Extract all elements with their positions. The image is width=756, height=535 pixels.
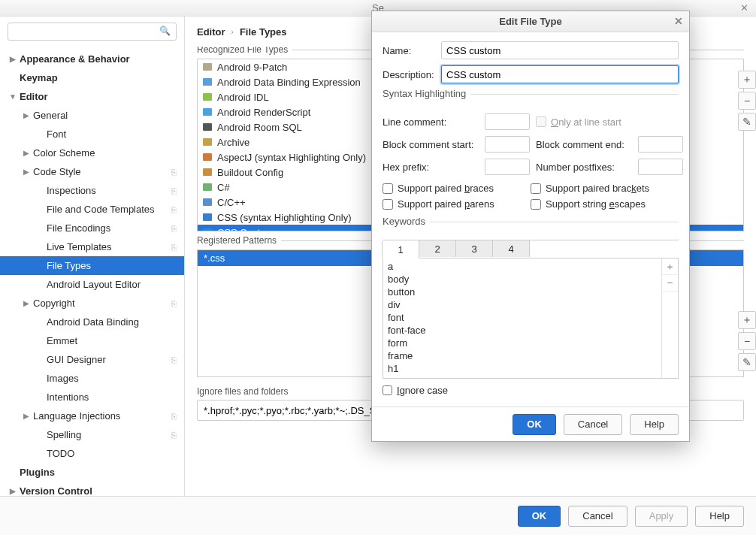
chevron-right-icon: › xyxy=(231,28,234,36)
remove-pattern-button[interactable]: − xyxy=(738,332,756,350)
settings-tree[interactable]: ▶Appearance & BehaviorKeymap▼Editor▶Gene… xyxy=(0,47,184,496)
block-comment-end-input[interactable] xyxy=(638,136,683,153)
tree-item[interactable]: ▶Color Scheme xyxy=(0,144,184,162)
description-label: Description: xyxy=(383,69,441,80)
keyword-item[interactable]: h1 xyxy=(388,362,657,375)
disclosure-icon: ▶ xyxy=(8,55,18,63)
tree-item[interactable]: ▶Language Injections⎘ xyxy=(0,407,184,425)
file-type-label: Buildout Config xyxy=(217,167,283,178)
svg-rect-10 xyxy=(203,213,212,221)
tree-item[interactable]: Plugins xyxy=(0,463,184,482)
tree-item[interactable]: Keymap xyxy=(0,68,184,87)
keyword-tabs: 1234 xyxy=(383,240,679,258)
dialog-close-icon[interactable]: ✕ xyxy=(674,15,683,27)
tree-item[interactable]: Images xyxy=(0,369,184,388)
svg-rect-1 xyxy=(203,78,212,86)
keyword-item[interactable]: form xyxy=(388,337,657,349)
tree-item-label: Version Control xyxy=(20,485,92,496)
edit-file-type-button[interactable]: ✎ xyxy=(738,113,756,131)
keyword-item[interactable]: font xyxy=(388,311,657,324)
archive-icon xyxy=(202,137,213,147)
tree-item[interactable]: Font xyxy=(0,125,184,144)
close-icon[interactable]: ✕ xyxy=(740,2,748,14)
settings-footer: OK Cancel Apply Help xyxy=(0,496,756,535)
keyword-item[interactable]: frame xyxy=(388,349,657,362)
support-escapes-label: Support string escapes xyxy=(546,198,646,210)
scope-icon: ⎘ xyxy=(171,186,177,195)
apply-button[interactable]: Apply xyxy=(635,506,688,527)
keyword-item[interactable]: body xyxy=(388,273,657,286)
support-brackets-label: Support paired brackets xyxy=(546,183,649,194)
scope-icon: ⎘ xyxy=(171,412,177,421)
tree-item[interactable]: ▶Appearance & Behavior xyxy=(0,50,184,68)
tree-item[interactable]: GUI Designer⎘ xyxy=(0,350,184,369)
dialog-help-button[interactable]: Help xyxy=(630,414,679,435)
ignore-case-checkbox[interactable] xyxy=(383,385,392,395)
svg-rect-4 xyxy=(203,123,212,131)
cancel-button[interactable]: Cancel xyxy=(568,506,627,527)
ok-button[interactable]: OK xyxy=(518,506,561,527)
rs-icon xyxy=(202,107,213,117)
tree-item[interactable]: Emmet xyxy=(0,331,184,350)
edit-pattern-button[interactable]: ✎ xyxy=(738,353,756,371)
add-pattern-button[interactable]: ＋ xyxy=(738,311,756,329)
remove-keyword-button[interactable]: − xyxy=(662,275,678,292)
tree-item[interactable]: ▶Copyright⎘ xyxy=(0,294,184,313)
remove-file-type-button[interactable]: − xyxy=(738,92,756,110)
search-input[interactable] xyxy=(8,23,177,41)
support-parens-checkbox[interactable] xyxy=(383,199,393,210)
tree-item[interactable]: Inspections⎘ xyxy=(0,181,184,200)
hex-prefix-input[interactable] xyxy=(485,159,530,175)
number-postfixes-input[interactable] xyxy=(638,159,683,175)
keyword-tab-3[interactable]: 3 xyxy=(455,240,493,257)
keyword-item[interactable]: font-face xyxy=(388,324,657,337)
tree-item-label: Images xyxy=(47,373,79,384)
tree-item[interactable]: ▶General xyxy=(0,106,184,125)
description-input[interactable] xyxy=(441,65,679,83)
support-braces-checkbox[interactable] xyxy=(383,183,393,194)
block-comment-start-label: Block comment start: xyxy=(383,139,479,150)
file-type-label: Archive xyxy=(217,137,249,148)
scope-icon: ⎘ xyxy=(171,224,177,233)
tree-item[interactable]: Live Templates⎘ xyxy=(0,237,184,256)
tree-item[interactable]: TODO xyxy=(0,444,184,463)
line-comment-input[interactable] xyxy=(485,113,530,130)
tree-item[interactable]: File Encodings⎘ xyxy=(0,219,184,237)
keyword-item[interactable]: div xyxy=(388,298,657,311)
tree-item[interactable]: Spelling⎘ xyxy=(0,425,184,444)
db-icon xyxy=(202,77,213,87)
keywords-list[interactable]: abodybuttondivfontfont-faceformframeh1 xyxy=(383,258,661,378)
svg-rect-9 xyxy=(203,198,212,206)
add-file-type-button[interactable]: ＋ xyxy=(738,71,756,89)
dialog-ok-button[interactable]: OK xyxy=(513,414,556,435)
name-input[interactable] xyxy=(441,41,679,59)
breadcrumb-current: File Types xyxy=(240,26,287,38)
tree-item[interactable]: ▶Version Control xyxy=(0,482,184,496)
tree-item[interactable]: Android Data Binding xyxy=(0,313,184,331)
file-type-label: Android Room SQL xyxy=(217,122,302,133)
dialog-cancel-button[interactable]: Cancel xyxy=(564,414,622,435)
tree-item-label: Language Injections xyxy=(33,410,120,422)
css-icon xyxy=(202,227,213,231)
help-button[interactable]: Help xyxy=(695,506,744,527)
tree-item[interactable]: Intentions xyxy=(0,388,184,407)
tree-item-label: File Encodings xyxy=(47,222,110,234)
keyword-tab-2[interactable]: 2 xyxy=(419,240,456,257)
tree-item[interactable]: ▶Code Style⎘ xyxy=(0,162,184,181)
add-keyword-button[interactable]: ＋ xyxy=(662,258,678,275)
keyword-tab-1[interactable]: 1 xyxy=(382,241,419,258)
support-brackets-checkbox[interactable] xyxy=(531,183,541,194)
keyword-item[interactable]: button xyxy=(388,286,657,298)
support-braces-label: Support paired braces xyxy=(398,183,494,194)
file-type-label: CSS Custome xyxy=(217,227,279,232)
tree-item-label: File and Code Templates xyxy=(47,204,155,215)
tree-item[interactable]: ▼Editor xyxy=(0,87,184,106)
block-comment-start-input[interactable] xyxy=(485,136,530,153)
tree-item[interactable]: Android Layout Editor xyxy=(0,275,184,294)
tree-item[interactable]: File and Code Templates⎘ xyxy=(0,200,184,219)
tree-item[interactable]: File Types xyxy=(0,256,184,275)
support-escapes-checkbox[interactable] xyxy=(531,199,541,210)
keyword-item[interactable]: a xyxy=(388,260,657,273)
keyword-tab-4[interactable]: 4 xyxy=(492,240,530,257)
folder-icon xyxy=(202,62,213,72)
